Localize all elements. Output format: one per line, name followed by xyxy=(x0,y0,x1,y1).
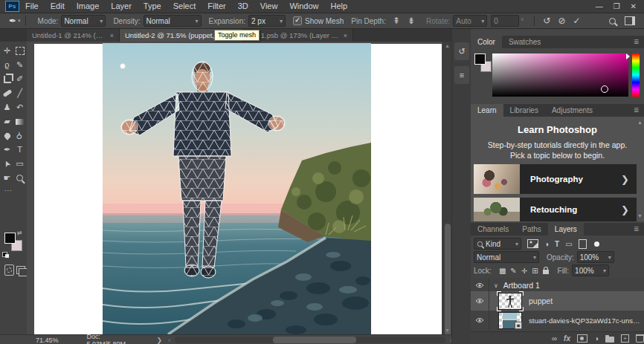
artboard[interactable] xyxy=(34,44,442,334)
new-group-icon[interactable] xyxy=(605,337,614,343)
status-flyout-icon[interactable]: ❯ xyxy=(157,337,163,344)
filter-type-layers-icon[interactable]: T xyxy=(555,240,559,248)
swap-colors-icon[interactable]: ⇄ xyxy=(17,230,22,236)
crop-tool[interactable] xyxy=(1,72,13,86)
menu-view[interactable]: View xyxy=(254,0,284,13)
minimize-button[interactable]: — xyxy=(596,2,603,10)
menu-image[interactable]: Image xyxy=(71,0,106,13)
filter-pixel-layers-icon[interactable] xyxy=(527,239,538,248)
menu-layer[interactable]: Layer xyxy=(105,0,138,13)
menu-type[interactable]: Type xyxy=(138,0,167,13)
filter-shape-layers-icon[interactable]: ▭ xyxy=(565,240,572,248)
tab-layers[interactable]: Layers xyxy=(548,223,584,236)
tab-color[interactable]: Color xyxy=(471,36,502,48)
scroll-up-icon[interactable]: ▲ xyxy=(637,120,643,125)
lock-all-icon[interactable] xyxy=(543,270,549,274)
filter-smart-objects-icon[interactable] xyxy=(579,239,587,249)
filter-adjustment-layers-icon[interactable]: ◑ xyxy=(544,240,549,248)
tab-close-icon[interactable]: × xyxy=(110,32,114,39)
vertical-scrollbar-thumb[interactable] xyxy=(445,224,451,344)
tab-close-icon[interactable]: × xyxy=(344,32,347,39)
menu-help[interactable]: Help xyxy=(325,0,354,13)
blur-tool[interactable] xyxy=(1,129,13,143)
brush-tool[interactable]: ╱ xyxy=(13,86,26,100)
menu-select[interactable]: Select xyxy=(167,0,202,13)
tab-swatches[interactable]: Swatches xyxy=(502,36,547,48)
density-dropdown[interactable]: Normal▾ xyxy=(144,15,202,27)
lock-transparency-icon[interactable]: ▩ xyxy=(499,267,506,275)
lock-artboard-icon[interactable]: ⊞ xyxy=(532,267,538,275)
puppet-pin[interactable] xyxy=(120,64,126,69)
gradient-tool[interactable] xyxy=(13,114,26,129)
mode-dropdown[interactable]: Normal▾ xyxy=(61,15,106,27)
menu-edit[interactable]: Edit xyxy=(45,0,71,13)
move-tool[interactable]: ✛ xyxy=(1,44,13,58)
layer-effects-icon[interactable]: fx xyxy=(564,334,570,343)
layer-row-unsplash[interactable]: ▣ stuart-davies-kQP32aWd17c-unsplash xyxy=(471,311,644,330)
zoom-tool[interactable] xyxy=(13,171,26,185)
delete-layer-icon[interactable] xyxy=(636,334,644,343)
history-brush-tool[interactable]: ↶ xyxy=(13,100,26,114)
tab-untitled-1[interactable]: Untitled-1 @ 214% (RGB/8) *× xyxy=(27,29,120,42)
filter-toggle-icon[interactable] xyxy=(594,241,599,247)
tool-preset-caret[interactable]: ▾ xyxy=(18,18,21,24)
visibility-eye-icon[interactable] xyxy=(471,317,489,323)
close-button[interactable]: ✕ xyxy=(631,2,637,10)
horizontal-scrollbar-thumb[interactable] xyxy=(273,337,356,343)
color-picker-cursor[interactable] xyxy=(601,85,608,93)
zoom-level-field[interactable]: 71.45% xyxy=(36,337,59,344)
visibility-eye-icon[interactable] xyxy=(471,298,489,304)
chevron-down-icon[interactable]: ∨ xyxy=(494,282,498,289)
pin-depth-up-button[interactable]: ⇞ xyxy=(389,16,404,26)
menu-filter[interactable]: Filter xyxy=(202,0,231,13)
canvas-area[interactable] xyxy=(27,42,442,334)
tab-adjustments[interactable]: Adjustments xyxy=(545,104,599,117)
pin-depth-down-button[interactable]: ⇟ xyxy=(404,16,419,26)
tab-learn[interactable]: Learn xyxy=(471,104,503,117)
foreground-color-swatch[interactable] xyxy=(4,233,16,244)
blend-mode-dropdown[interactable]: Normal▾ xyxy=(474,251,539,263)
tab-channels[interactable]: Channels xyxy=(471,223,515,236)
eyedropper-tool[interactable]: ✐ xyxy=(13,72,26,86)
link-layers-icon[interactable]: ∞ xyxy=(552,334,557,343)
layer-row-artboard[interactable]: ∨ Artboard 1 xyxy=(471,279,644,291)
new-adjustment-layer-icon[interactable]: ◑ xyxy=(594,334,599,343)
expansion-dropdown[interactable]: 2 px▾ xyxy=(248,15,286,27)
properties-panel-icon[interactable]: ≡ xyxy=(454,66,469,84)
panel-menu-icon[interactable]: ≣ xyxy=(634,223,641,236)
new-layer-icon[interactable]: + xyxy=(621,334,629,343)
type-tool[interactable]: T xyxy=(13,143,26,157)
dodge-tool[interactable]: ⚲ xyxy=(13,129,26,143)
rectangle-tool[interactable]: ▭ xyxy=(13,157,26,171)
puppet-warp-pin-icon[interactable]: ✒ xyxy=(9,16,16,26)
opacity-field[interactable]: 100%▾ xyxy=(577,251,614,263)
scroll-left-icon[interactable]: ‹ xyxy=(168,337,170,344)
lasso-tool[interactable]: ϱ xyxy=(1,58,13,72)
search-icon[interactable] xyxy=(609,18,616,25)
photo-layer-thumbnail[interactable]: ▣ xyxy=(498,312,522,329)
show-mesh-checkbox[interactable]: ✓ xyxy=(293,16,302,25)
workspace-icon[interactable] xyxy=(625,16,635,25)
commit-warp-icon[interactable]: ✓ xyxy=(569,16,584,26)
reset-pins-icon[interactable]: ↺ xyxy=(539,16,554,26)
lock-position-icon[interactable]: ✛ xyxy=(521,267,527,275)
horizontal-scrollbar[interactable] xyxy=(175,337,445,343)
eraser-tool[interactable]: ▰ xyxy=(1,114,13,129)
puppet-layer-thumbnail[interactable] xyxy=(498,293,522,310)
tutorial-card-photography[interactable]: Photography ❯ xyxy=(474,164,637,194)
default-colors-icon[interactable] xyxy=(2,252,9,258)
panel-menu-icon[interactable]: ≣ xyxy=(634,104,641,117)
tutorial-card-retouching[interactable]: Retouching ❯ xyxy=(474,198,637,221)
edit-toolbar-icon[interactable]: ... xyxy=(0,185,27,192)
panel-menu-icon[interactable]: ≣ xyxy=(634,36,641,48)
restore-button[interactable]: ❐ xyxy=(614,2,620,10)
cancel-warp-icon[interactable]: ⊘ xyxy=(554,16,569,26)
menu-window[interactable]: Window xyxy=(283,0,324,13)
pen-tool[interactable]: ✒ xyxy=(1,143,13,157)
lock-pixels-icon[interactable]: ✎ xyxy=(510,267,516,275)
tab-layer1-psb[interactable]: yer 1.psb @ 173% (Layer 1, RGB/8#) *× xyxy=(244,29,353,42)
scroll-up-icon[interactable]: ▲ xyxy=(445,43,450,48)
rectangular-marquee-tool[interactable] xyxy=(13,44,26,58)
tab-paths[interactable]: Paths xyxy=(515,223,548,236)
add-layer-mask-icon[interactable] xyxy=(577,334,587,343)
